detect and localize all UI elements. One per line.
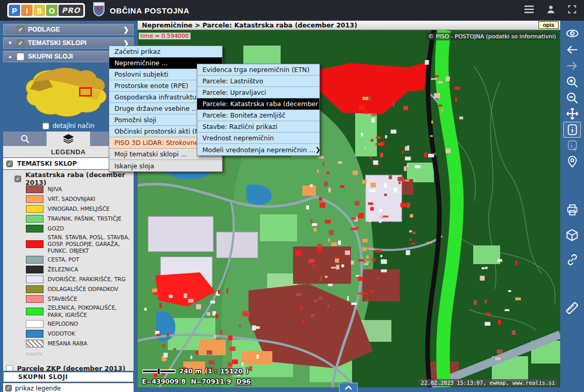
podlage-label: PODLAGE	[28, 26, 60, 33]
sidebar-item-podlage[interactable]: PODLAGE ❯	[3, 24, 134, 35]
logo-pro-badge: PRO	[59, 5, 83, 16]
nepremicnine-submenu: Evidenca trga nepremičnin (ETN) Parcele:…	[197, 64, 320, 156]
view-3d-button[interactable]	[563, 227, 581, 243]
legend-group-row[interactable]: Katastrska raba (december 2013)	[3, 170, 134, 184]
logo-letter-s: S	[34, 5, 45, 16]
bottom-panel-toggle[interactable]	[339, 383, 358, 392]
detail-mode-label: detajlni način	[53, 122, 95, 129]
podlage-checkbox[interactable]	[17, 26, 24, 34]
ruler-icon	[565, 301, 579, 315]
zoom-out-button[interactable]	[563, 90, 581, 106]
submenu-item-etn[interactable]: Evidenca trga nepremičnin (ETN)	[197, 64, 319, 76]
scale-ratio-close: )	[246, 367, 249, 375]
legend-item: MEŠANA RABA	[3, 339, 134, 349]
legend-item: VINOGRAD, HMELJIŠČE	[3, 204, 134, 214]
scale-ratio-open: (1 :	[205, 367, 217, 375]
parcele-zkp-checkbox[interactable]	[6, 365, 13, 371]
submenu-item-boniteta[interactable]: Parcele: Boniteta zemljišč	[197, 110, 319, 121]
prikaz-legende-label: prikaz legende	[15, 385, 61, 392]
swatch-travnik	[26, 215, 43, 223]
layers-icon	[63, 134, 74, 143]
naziv-label: naziv	[3, 349, 134, 358]
datum-link[interactable]: D96	[237, 378, 251, 385]
swatch-vodotok	[26, 330, 43, 338]
render-time-label: time = 0.594000	[139, 33, 191, 39]
chevron-right-icon[interactable]: ❯	[123, 26, 129, 34]
coord-northing: N=70911.9	[191, 378, 231, 385]
legend-item: VRT, SADOVNJAKI	[3, 194, 134, 204]
submenu-item-katastrska-raba[interactable]: Parcele: Katastrska raba (december 2013)	[197, 98, 319, 110]
swatch-njiva	[26, 185, 43, 193]
location-pin-icon	[566, 155, 579, 168]
scale-ratio-value[interactable]: 15120	[220, 367, 243, 375]
swatch-gozd	[26, 225, 43, 233]
chevron-right-icon: ❯	[315, 146, 319, 153]
submenu-item-modeli-vrednotenja[interactable]: Modeli vrednotenja nepremičnin ... ❯	[197, 144, 319, 155]
legend-item: GOZD	[3, 224, 134, 234]
swatch-zelenica	[26, 308, 43, 315]
scale-bar-graphic	[142, 368, 176, 374]
legend-item: TRAVNIK, PAŠNIK, TRSTIČJE	[3, 214, 134, 224]
header-actions	[524, 4, 577, 17]
legend-item: CESTA, POT	[3, 255, 134, 265]
identify-button[interactable]	[563, 122, 581, 138]
submenu-item-vrednost[interactable]: Vrednost nepremičnin	[197, 133, 319, 144]
zoom-out-icon	[565, 91, 579, 105]
legend-panel: LEGENDA TEMATSKI SKLOP Katastrska raba (…	[3, 146, 134, 371]
forward-button[interactable]	[563, 57, 581, 74]
cube-3d-icon	[565, 228, 579, 242]
skupni-sloji-bar[interactable]: SKUPNI SLOJI	[3, 372, 134, 382]
swatch-vrt	[26, 195, 43, 203]
zoom-in-button[interactable]	[563, 74, 581, 90]
prikaz-legende-row[interactable]: prikaz legende	[3, 383, 134, 392]
triangle-down-icon[interactable]: ▼	[8, 40, 13, 46]
search-icon	[20, 134, 30, 144]
legend-item: ZELENICA, POKOPALIŠČE, PARK, IGRIŠČE	[3, 304, 134, 318]
pan-button[interactable]	[563, 106, 581, 122]
swatch-neplodno	[26, 320, 43, 328]
timestamp-label: 22.02.2023 15:13:07, ewmap, www.realis.s…	[419, 379, 557, 386]
measure-button[interactable]	[563, 300, 581, 316]
back-button[interactable]	[563, 41, 581, 57]
user-icon[interactable]	[546, 4, 556, 17]
tematski-checkbox[interactable]	[17, 39, 24, 47]
menu-item-zacetni-prikaz[interactable]: Začetni prikaz	[109, 46, 222, 57]
map-toolbar: g	[560, 21, 584, 392]
swatch-vinograd	[26, 205, 43, 213]
coord-easting: E=439009.8	[142, 378, 186, 385]
prikaz-legende-checkbox[interactable]	[5, 385, 12, 391]
map-titlebar: Nepremičnine > Parcele: Katastrska raba …	[138, 21, 560, 30]
katastrska-raba-checkbox[interactable]	[14, 176, 21, 182]
eye-button[interactable]	[563, 25, 581, 41]
opis-button[interactable]: opis	[538, 21, 559, 29]
logo-letter-i: I	[21, 5, 33, 16]
legend-item: ODLAGALIŠČE ODPADKOV	[3, 284, 134, 294]
detail-mode-checkbox[interactable]	[42, 123, 49, 129]
menu-item-iskanje-sloja[interactable]: Iskanje sloja	[109, 160, 222, 171]
piso-logo[interactable]: P I S O PRO	[7, 3, 85, 18]
coordinates-readout: E=439009.8 N=70911.9 D96	[142, 378, 251, 385]
locate-button[interactable]	[563, 154, 581, 170]
submenu-item-stavbe[interactable]: Stavbe: Različni prikazi	[197, 121, 319, 133]
legend-item: STAN. STAVBA, POSL. STAVBA, GOSP. POSLOP…	[3, 234, 134, 255]
piso-app: P I S O PRO OBČINA POSTOJNA	[0, 0, 584, 392]
legend-item: VODOTOK	[3, 329, 134, 339]
menu-icon[interactable]	[524, 5, 534, 16]
triangle-up-icon[interactable]: ▲	[8, 54, 13, 59]
share-link-button[interactable]	[563, 252, 581, 268]
swatch-stavba	[26, 240, 43, 248]
identify-group-button[interactable]: g	[563, 138, 581, 154]
submenu-item-lastnistvo[interactable]: Parcele: Lastništvo	[197, 76, 319, 87]
skupni-checkbox[interactable]	[17, 53, 24, 61]
tematski-sklop-checkbox[interactable]	[6, 161, 13, 167]
legend-group-label: Katastrska raba (december 2013)	[25, 171, 130, 186]
tab-search[interactable]	[3, 132, 47, 146]
tab-layers[interactable]	[47, 132, 90, 146]
submenu-item-upravljavci[interactable]: Parcele: Upravljavci	[197, 87, 319, 98]
breadcrumb: Nepremičnine > Parcele: Katastrska raba …	[142, 21, 357, 29]
fullscreen-icon[interactable]	[567, 5, 577, 16]
print-button[interactable]	[563, 202, 581, 218]
map-attribution: © PISO - POSTOJNA (podatki so informativ…	[426, 33, 558, 40]
parcele-zkp-row[interactable]: Parcele ZKP (december 2013)	[3, 358, 134, 371]
swatch-cesta	[26, 256, 43, 264]
